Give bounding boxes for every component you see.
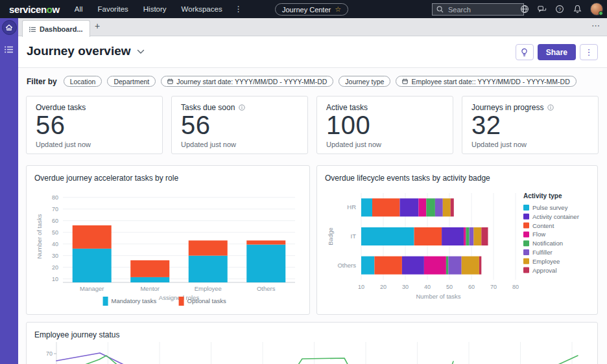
svg-text:Optional tasks: Optional tasks xyxy=(187,297,226,304)
pill-label: Employee start date:: YYYY/MM/DD - YYYY-… xyxy=(411,78,569,85)
line-chart-svg: 70 xyxy=(34,342,591,364)
chart-card-overdue-by-role: Overdue journey accelerator tasks by rol… xyxy=(26,165,310,315)
filter-pill-journey-start-date[interactable]: Journey start date: YYYY/MM/DD - YYYY-MM… xyxy=(161,76,333,87)
chat-icon[interactable] xyxy=(538,5,547,14)
svg-text:40: 40 xyxy=(424,284,431,290)
filter-bar: Filter by Location Department Journey st… xyxy=(27,76,577,87)
svg-text:40: 40 xyxy=(52,241,58,247)
kpi-updated: Updated just now xyxy=(326,141,444,148)
chart-title: Employee journey status xyxy=(34,330,589,339)
nav-more-kebab-icon[interactable]: ⋮ xyxy=(235,5,243,14)
chart-card-lifecycle-by-badge: Overdue lifecycle events tasks by activi… xyxy=(316,165,598,315)
add-tab-button[interactable]: + xyxy=(91,21,104,31)
workspace-pill[interactable]: Journey Center ☆ xyxy=(275,3,348,16)
main-content: Journey overview Share ⋮ Filter by Locat… xyxy=(18,36,607,364)
filter-pill-employee-start-date[interactable]: Employee start date:: YYYY/MM/DD - YYYY-… xyxy=(396,76,576,87)
svg-text:30: 30 xyxy=(402,284,409,290)
workspace-pill-label: Journey Center xyxy=(282,6,331,14)
svg-text:Manager: Manager xyxy=(80,285,104,292)
overdue-role-chart[interactable]: 1020304050607080ManagerMentorEmployeeOth… xyxy=(34,185,303,316)
pill-label: Department xyxy=(113,78,149,85)
pill-label: Journey start date: YYYY/MM/DD - YYYY-MM… xyxy=(176,78,327,85)
kpi-card-active-tasks[interactable]: Active tasks 100 Updated just now xyxy=(316,96,453,154)
info-icon xyxy=(239,104,245,111)
svg-text:Others: Others xyxy=(257,285,276,292)
home-icon xyxy=(5,24,13,31)
svg-text:IT: IT xyxy=(351,233,357,240)
kpi-updated: Updated just now xyxy=(36,141,153,148)
svg-text:70: 70 xyxy=(52,206,58,212)
nav-icon-group: ? xyxy=(520,0,603,18)
home-button[interactable] xyxy=(2,20,17,35)
servicenow-logo[interactable]: servicenow xyxy=(9,4,60,15)
svg-text:Content: Content xyxy=(532,222,554,229)
svg-text:80: 80 xyxy=(512,284,519,290)
title-chevron-down-icon[interactable] xyxy=(137,45,145,57)
user-avatar[interactable] xyxy=(590,3,603,16)
svg-text:80: 80 xyxy=(52,194,58,201)
svg-text:50: 50 xyxy=(446,284,453,290)
notification-bell-icon[interactable] xyxy=(573,5,582,14)
svg-text:70: 70 xyxy=(490,284,497,290)
svg-text:Fulfiller: Fulfiller xyxy=(532,249,553,256)
svg-text:Pulse survey: Pulse survey xyxy=(532,204,568,211)
logo-text: servicen xyxy=(9,4,47,15)
lightbulb-icon xyxy=(520,48,529,57)
kpi-row: Overdue tasks 56 Updated just now Tasks … xyxy=(26,96,599,154)
search-input[interactable] xyxy=(447,5,518,14)
horizontal-bar-chart-svg: 1020304050607080HRITOthersNumber of task… xyxy=(325,185,591,319)
sidebar-menu-list-icon[interactable] xyxy=(5,46,14,53)
pill-label: Location xyxy=(70,78,96,85)
more-options-kebab-button[interactable]: ⋮ xyxy=(580,44,598,60)
filter-pill-location[interactable]: Location xyxy=(64,76,102,87)
svg-text:60: 60 xyxy=(468,284,475,290)
filter-pill-department[interactable]: Department xyxy=(107,76,156,87)
svg-text:50: 50 xyxy=(52,229,58,236)
svg-text:?: ? xyxy=(558,6,561,12)
globe-icon[interactable] xyxy=(520,5,529,14)
lifecycle-badge-chart[interactable]: 1020304050607080HRITOthersNumber of task… xyxy=(325,185,591,321)
svg-text:10: 10 xyxy=(358,284,364,290)
tab-strip: Dashboard... + ⋯ xyxy=(18,18,607,36)
share-button[interactable]: Share xyxy=(538,44,576,60)
svg-text:10: 10 xyxy=(52,276,58,282)
page-header: Journey overview Share ⋮ xyxy=(18,36,607,68)
logo-text-end: w xyxy=(52,4,59,15)
chart-title: Overdue lifecycle events tasks by activi… xyxy=(325,174,591,183)
dashboard-tab-icon xyxy=(29,23,36,35)
favorite-star-icon[interactable]: ☆ xyxy=(335,6,341,13)
top-nav-bar: servicenow All Favorites History Workspa… xyxy=(0,0,607,18)
kpi-value: 56 xyxy=(181,112,298,139)
help-icon[interactable]: ? xyxy=(555,5,564,14)
employee-journey-status-chart[interactable]: 70 xyxy=(34,342,589,364)
global-search[interactable] xyxy=(432,3,524,16)
bar-chart-svg: 1020304050607080ManagerMentorEmployeeOth… xyxy=(34,185,303,313)
calendar-icon xyxy=(167,78,173,84)
filter-by-label: Filter by xyxy=(27,77,57,86)
svg-text:Badge: Badge xyxy=(327,227,334,245)
tab-overflow-ellipsis-icon[interactable]: ⋯ xyxy=(591,21,601,30)
nav-item-workspaces[interactable]: Workspaces xyxy=(182,5,222,13)
kpi-card-overdue-tasks[interactable]: Overdue tasks 56 Updated just now xyxy=(26,96,163,154)
kpi-card-journeys-in-progress[interactable]: Journeys in progress 32 Updated just now xyxy=(462,96,599,154)
kpi-value: 100 xyxy=(326,112,444,139)
tab-dashboard[interactable]: Dashboard... xyxy=(22,20,90,37)
svg-text:Approval: Approval xyxy=(532,267,557,274)
svg-text:HR: HR xyxy=(347,203,356,210)
insights-lightbulb-button[interactable] xyxy=(516,44,534,60)
nav-item-all[interactable]: All xyxy=(75,5,83,13)
svg-text:60: 60 xyxy=(52,218,58,224)
svg-text:20: 20 xyxy=(380,284,387,290)
svg-text:Activity type: Activity type xyxy=(523,192,562,199)
svg-text:Number of tasks: Number of tasks xyxy=(416,293,460,300)
nav-item-favorites[interactable]: Favorites xyxy=(98,5,128,13)
svg-text:70: 70 xyxy=(46,350,53,357)
filter-pill-journey-type[interactable]: Journey type xyxy=(339,76,390,87)
svg-text:30: 30 xyxy=(52,253,58,259)
nav-item-history[interactable]: History xyxy=(143,5,167,13)
page-title: Journey overview xyxy=(27,44,131,58)
search-icon xyxy=(436,4,444,16)
kpi-card-tasks-due-soon[interactable]: Tasks due soon 56 Updated just now xyxy=(171,96,308,154)
info-icon xyxy=(547,104,554,111)
left-sidebar xyxy=(0,18,18,364)
